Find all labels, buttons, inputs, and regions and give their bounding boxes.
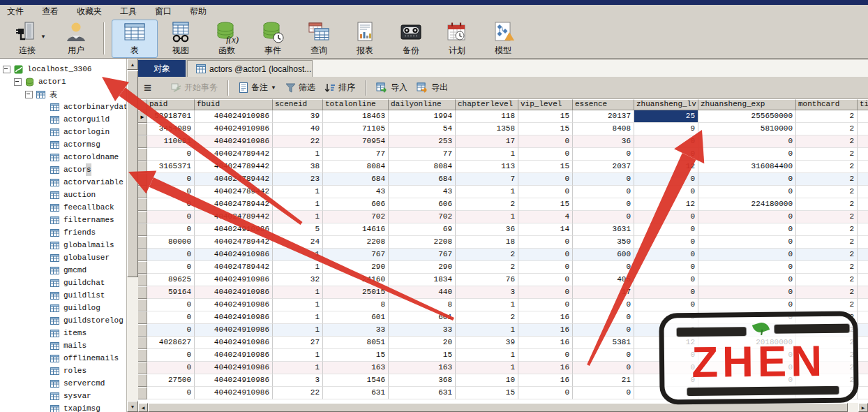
- grid-cell[interactable]: 1834: [389, 274, 456, 286]
- grid-cell[interactable]: [858, 123, 868, 135]
- grid-cell[interactable]: 404024789442: [195, 173, 273, 186]
- grid-cell[interactable]: 0: [698, 173, 796, 186]
- menu-item-4[interactable]: 窗口: [155, 6, 172, 17]
- grid-cell[interactable]: [858, 261, 868, 274]
- grid-cell[interactable]: 0: [573, 362, 634, 374]
- grid-cell[interactable]: 404024910986: [195, 110, 273, 123]
- grid-cell[interactable]: 0: [573, 387, 634, 399]
- grid-cell[interactable]: 0: [147, 349, 195, 362]
- grid-cell[interactable]: 404024789442: [195, 211, 273, 223]
- row-selector[interactable]: [138, 374, 147, 387]
- row-selector[interactable]: [138, 148, 147, 161]
- grid-cell[interactable]: 8: [389, 299, 456, 311]
- grid-cell[interactable]: 0: [518, 135, 573, 148]
- grid-cell[interactable]: 404024789442: [195, 236, 273, 249]
- grid-cell[interactable]: 2: [796, 249, 858, 261]
- selected-cell[interactable]: 25: [634, 110, 698, 123]
- menu-item-5[interactable]: 帮助: [190, 6, 207, 17]
- grid-cell[interactable]: 0: [147, 173, 195, 186]
- column-header-zhuansheng_exp[interactable]: zhuansheng_exp: [698, 99, 796, 110]
- grid-cell[interactable]: 163: [389, 362, 456, 374]
- grid-cell[interactable]: 1: [273, 311, 323, 324]
- grid-cell[interactable]: 2: [796, 198, 858, 211]
- grid-cell[interactable]: 404024910986: [195, 337, 273, 349]
- grid-cell[interactable]: 5: [273, 223, 323, 236]
- grid-cell[interactable]: 39: [456, 337, 518, 349]
- grid-cell[interactable]: 69: [389, 223, 456, 236]
- grid-cell[interactable]: 3454089: [147, 123, 195, 135]
- grid-cell[interactable]: 2: [456, 198, 518, 211]
- row-selector[interactable]: [138, 161, 147, 173]
- grid-cell[interactable]: 40: [273, 123, 323, 135]
- grid-cell[interactable]: 27500: [147, 374, 195, 387]
- grid-cell[interactable]: 15: [518, 161, 573, 173]
- sidebar-vertical-scrollbar[interactable]: ▲ ▼: [126, 59, 138, 412]
- grid-cell[interactable]: 2: [796, 223, 858, 236]
- grid-cell[interactable]: 404024910986: [195, 274, 273, 286]
- grid-cell[interactable]: 404024910986: [195, 135, 273, 148]
- grid-cell[interactable]: 0: [518, 249, 573, 261]
- grid-cell[interactable]: 404024910986: [195, 349, 273, 362]
- grid-cell[interactable]: 1: [273, 362, 323, 374]
- grid-cell[interactable]: 8408: [573, 123, 634, 135]
- grid-cell[interactable]: 7: [456, 173, 518, 186]
- grid-cell[interactable]: 76: [456, 274, 518, 286]
- grid-cell[interactable]: 404024789442: [195, 198, 273, 211]
- grid-cell[interactable]: 1358: [456, 123, 518, 135]
- grid-cell[interactable]: [858, 387, 868, 399]
- grid-cell[interactable]: 5381: [573, 337, 634, 349]
- menu-item-1[interactable]: 查看: [42, 6, 59, 17]
- grid-cell[interactable]: 0: [518, 261, 573, 274]
- grid-cell[interactable]: 224180000: [698, 198, 796, 211]
- grid-cell[interactable]: 43: [389, 186, 456, 198]
- note-dropdown-caret[interactable]: ▼: [271, 84, 276, 91]
- grid-cell[interactable]: [858, 236, 868, 249]
- grid-cell[interactable]: [858, 311, 868, 324]
- grid-cell[interactable]: 404024910986: [195, 324, 273, 337]
- grid-cell[interactable]: [858, 286, 868, 299]
- column-header-paid[interactable]: paid: [147, 99, 195, 110]
- grid-cell[interactable]: 404024910986: [195, 299, 273, 311]
- grid-cell[interactable]: 163: [323, 362, 389, 374]
- grid-cell[interactable]: 5810000: [698, 123, 796, 135]
- grid-cell[interactable]: 253: [389, 135, 456, 148]
- grid-cell[interactable]: 3: [273, 374, 323, 387]
- grid-cell[interactable]: [858, 274, 868, 286]
- grid-cell[interactable]: 0: [698, 135, 796, 148]
- grid-cell[interactable]: 316084400: [698, 161, 796, 173]
- grid-cell[interactable]: 22: [273, 387, 323, 399]
- grid-cell[interactable]: 1: [273, 186, 323, 198]
- column-header-chapterlevel[interactable]: chapterlevel: [456, 99, 518, 110]
- column-header-ti[interactable]: ti: [858, 99, 868, 110]
- tree-node-table-guildlist[interactable]: guildlist: [40, 289, 105, 302]
- grid-cell[interactable]: 0: [518, 148, 573, 161]
- grid-cell[interactable]: 0: [634, 148, 698, 161]
- grid-cell[interactable]: 2: [456, 249, 518, 261]
- grid-cell[interactable]: 0: [634, 236, 698, 249]
- grid-cell[interactable]: 600: [573, 249, 634, 261]
- grid-cell[interactable]: 0: [698, 249, 796, 261]
- scrollbar-thumb[interactable]: [148, 403, 848, 412]
- tree-node-tables-folder[interactable]: 表: [25, 88, 57, 101]
- row-selector[interactable]: [138, 249, 147, 261]
- grid-cell[interactable]: 1: [273, 249, 323, 261]
- grid-cell[interactable]: 1: [456, 211, 518, 223]
- grid-cell[interactable]: 32: [273, 274, 323, 286]
- grid-cell[interactable]: 15: [456, 387, 518, 399]
- export-button[interactable]: 导出: [414, 80, 450, 95]
- tree-expander-icon[interactable]: [25, 91, 33, 98]
- grid-cell[interactable]: 767: [389, 249, 456, 261]
- grid-cell[interactable]: 0: [573, 186, 634, 198]
- connection-dropdown-caret[interactable]: ▼: [40, 34, 46, 40]
- grid-cell[interactable]: 33: [389, 324, 456, 337]
- grid-cell[interactable]: 1: [456, 186, 518, 198]
- grid-cell[interactable]: 16: [518, 362, 573, 374]
- grid-cell[interactable]: 71105: [323, 123, 389, 135]
- toolbar-button-query[interactable]: 查询: [296, 20, 342, 58]
- grid-cell[interactable]: 15: [389, 349, 456, 362]
- grid-cell[interactable]: 21: [573, 374, 634, 387]
- grid-cell[interactable]: [858, 186, 868, 198]
- grid-cell[interactable]: 0: [573, 299, 634, 311]
- grid-cell[interactable]: 0: [634, 211, 698, 223]
- grid-cell[interactable]: 2: [796, 299, 858, 311]
